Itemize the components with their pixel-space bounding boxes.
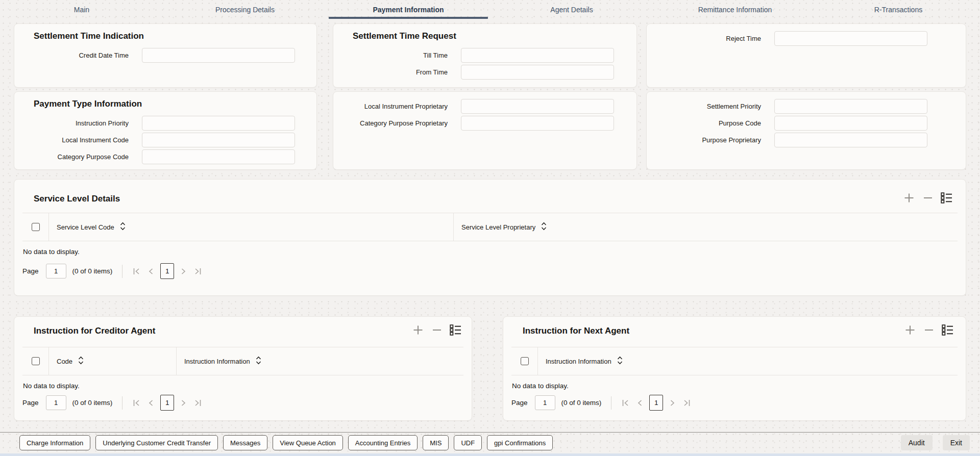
settlement-priority-input[interactable] xyxy=(774,99,927,114)
tab-label: R-Transactions xyxy=(874,6,922,14)
section-title: Settlement Time Request xyxy=(353,31,636,41)
detail-view-icon xyxy=(941,192,952,205)
remove-row-button[interactable] xyxy=(923,324,935,338)
creditor-agent-pagination: Page (0 of 0 items) 1 xyxy=(22,395,472,411)
messages-button[interactable]: Messages xyxy=(223,435,267,450)
sort-icon[interactable] xyxy=(78,356,84,366)
items-count-text: (0 of 0 items) xyxy=(561,399,602,407)
current-page-button[interactable]: 1 xyxy=(649,395,663,411)
section-title: Instruction for Next Agent xyxy=(523,326,629,336)
first-page-icon[interactable] xyxy=(132,267,141,275)
column-header-service-level-code[interactable]: Service Level Code xyxy=(49,213,454,241)
add-row-button[interactable] xyxy=(903,192,915,206)
current-page-button[interactable]: 1 xyxy=(160,395,174,411)
view-queue-action-button[interactable]: View Queue Action xyxy=(273,435,343,450)
column-label: Code xyxy=(57,358,72,365)
reject-time-input[interactable] xyxy=(774,31,927,46)
priority-purpose-panel: Settlement Priority Purpose Code Purpose… xyxy=(646,91,966,170)
sort-icon[interactable] xyxy=(617,356,623,366)
detail-view-button[interactable] xyxy=(942,324,953,337)
category-purpose-proprietary-input[interactable] xyxy=(461,116,614,131)
add-row-button[interactable] xyxy=(412,324,424,338)
detail-view-button[interactable] xyxy=(941,192,952,205)
tab-label: Processing Details xyxy=(215,6,275,14)
purpose-code-label: Purpose Code xyxy=(647,119,774,127)
select-all-checkbox[interactable] xyxy=(32,357,40,365)
pagination-divider xyxy=(122,396,122,410)
remove-row-button[interactable] xyxy=(431,324,443,338)
category-purpose-proprietary-label: Category Purpose Proprietary xyxy=(333,119,461,127)
from-time-input[interactable] xyxy=(461,65,614,80)
column-header-instruction-information[interactable]: Instruction Information xyxy=(538,347,958,375)
category-purpose-code-input[interactable] xyxy=(142,149,295,164)
select-all-checkbox[interactable] xyxy=(521,357,529,365)
items-count-text: (0 of 0 items) xyxy=(72,399,113,407)
column-header-service-level-proprietary[interactable]: Service Level Proprietary xyxy=(454,213,958,241)
last-page-icon[interactable] xyxy=(193,399,202,407)
tab-remittance-information[interactable]: Remittance Information xyxy=(653,0,817,19)
previous-page-icon[interactable] xyxy=(148,399,154,407)
settlement-time-indication-panel: Settlement Time Indication Credit Date T… xyxy=(14,23,317,88)
till-time-input[interactable] xyxy=(461,48,614,63)
instruction-for-next-agent-panel: Instruction for Next Agent xyxy=(503,316,966,421)
credit-date-time-input[interactable] xyxy=(142,48,295,63)
accounting-entries-button[interactable]: Accounting Entries xyxy=(348,435,418,450)
next-page-icon[interactable] xyxy=(670,399,676,407)
add-row-button[interactable] xyxy=(904,324,916,338)
tab-r-transactions[interactable]: R-Transactions xyxy=(817,0,980,19)
tab-agent-details[interactable]: Agent Details xyxy=(490,0,653,19)
next-page-icon[interactable] xyxy=(181,267,187,275)
reject-time-panel: Reject Time xyxy=(646,23,966,88)
page-number-input[interactable] xyxy=(535,395,555,410)
sort-icon[interactable] xyxy=(541,222,547,232)
tab-main[interactable]: Main xyxy=(0,0,163,19)
instruction-priority-label: Instruction Priority xyxy=(14,119,142,127)
first-page-icon[interactable] xyxy=(132,399,141,407)
sort-icon[interactable] xyxy=(256,356,261,366)
pagination-divider xyxy=(122,265,122,278)
current-page-button[interactable]: 1 xyxy=(160,263,174,279)
empty-table-message: No data to display. xyxy=(22,241,958,256)
remove-row-button[interactable] xyxy=(922,192,934,206)
tab-label: Agent Details xyxy=(550,6,593,14)
local-instrument-code-input[interactable] xyxy=(142,133,295,147)
first-page-icon[interactable] xyxy=(621,399,630,407)
underlying-customer-credit-transfer-button[interactable]: Underlying Customer Credit Transfer xyxy=(95,435,218,450)
tab-bar: Main Processing Details Payment Informat… xyxy=(0,0,980,19)
till-time-label: Till Time xyxy=(333,52,461,59)
next-page-icon[interactable] xyxy=(181,399,187,407)
gpi-confirmations-button[interactable]: gpi Confirmations xyxy=(487,435,553,450)
charge-information-button[interactable]: Charge Information xyxy=(19,435,90,450)
previous-page-icon[interactable] xyxy=(148,267,154,275)
tab-processing-details[interactable]: Processing Details xyxy=(163,0,327,19)
purpose-code-input[interactable] xyxy=(774,116,927,131)
mis-button[interactable]: MIS xyxy=(423,435,449,450)
category-purpose-code-label: Category Purpose Code xyxy=(14,153,142,161)
settlement-time-request-panel: Settlement Time Request Till Time From T… xyxy=(333,23,637,88)
plus-icon xyxy=(904,324,916,338)
last-page-icon[interactable] xyxy=(682,399,691,407)
last-page-icon[interactable] xyxy=(193,267,202,275)
service-level-toolbar xyxy=(903,192,952,206)
page-number-input[interactable] xyxy=(46,395,66,410)
section-title: Service Level Details xyxy=(34,194,120,204)
column-header-instruction-information[interactable]: Instruction Information xyxy=(177,347,463,375)
next-agent-table-header: Instruction Information xyxy=(511,347,958,375)
page-number-input[interactable] xyxy=(46,264,66,278)
audit-button[interactable]: Audit xyxy=(901,435,933,450)
from-time-label: From Time xyxy=(333,68,461,76)
tab-label: Remittance Information xyxy=(698,6,772,14)
tab-payment-information[interactable]: Payment Information xyxy=(327,0,490,19)
exit-button[interactable]: Exit xyxy=(943,435,970,450)
local-instrument-proprietary-input[interactable] xyxy=(461,99,614,114)
purpose-proprietary-input[interactable] xyxy=(774,133,927,147)
instruction-priority-input[interactable] xyxy=(142,116,295,131)
previous-page-icon[interactable] xyxy=(636,399,643,407)
column-header-code[interactable]: Code xyxy=(49,347,177,375)
udf-button[interactable]: UDF xyxy=(454,435,482,450)
section-title: Settlement Time Indication xyxy=(34,31,316,41)
detail-view-button[interactable] xyxy=(450,324,461,337)
page-label: Page xyxy=(511,399,528,407)
select-all-checkbox[interactable] xyxy=(32,223,40,231)
sort-icon[interactable] xyxy=(120,222,126,232)
